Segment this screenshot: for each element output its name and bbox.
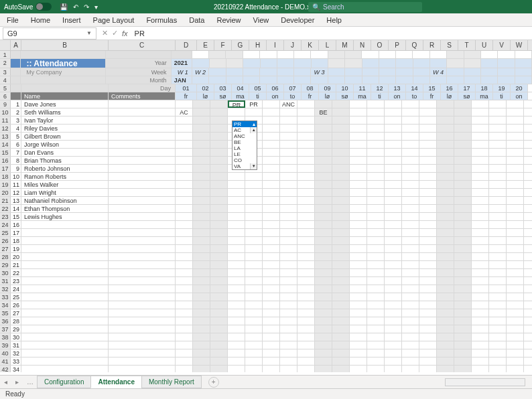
cell[interactable] bbox=[315, 229, 332, 236]
attendance-cell[interactable] bbox=[454, 125, 472, 132]
cell[interactable] bbox=[367, 261, 385, 268]
cell[interactable] bbox=[507, 349, 524, 357]
comments-cell[interactable] bbox=[109, 165, 176, 172]
cell[interactable] bbox=[297, 245, 315, 252]
attendance-cell[interactable] bbox=[228, 189, 245, 196]
cell[interactable] bbox=[245, 349, 263, 357]
cell[interactable] bbox=[332, 333, 350, 341]
cell[interactable] bbox=[489, 229, 507, 236]
cell[interactable] bbox=[315, 301, 332, 309]
row-header[interactable]: 12 bbox=[0, 125, 11, 132]
attendance-cell[interactable] bbox=[297, 141, 315, 148]
cell[interactable] bbox=[454, 237, 472, 244]
cell[interactable]: 20 bbox=[11, 253, 21, 260]
cell[interactable] bbox=[228, 333, 245, 341]
attendance-cell[interactable] bbox=[332, 173, 350, 180]
cell[interactable] bbox=[350, 221, 367, 228]
cell[interactable] bbox=[176, 221, 193, 228]
attendance-cell[interactable]: PR bbox=[245, 100, 263, 108]
attendance-cell[interactable] bbox=[210, 189, 228, 196]
cell[interactable] bbox=[507, 325, 524, 333]
attendance-cell[interactable] bbox=[176, 116, 193, 124]
cell[interactable] bbox=[481, 51, 498, 58]
cell[interactable] bbox=[332, 301, 350, 309]
cell[interactable] bbox=[472, 253, 489, 260]
cell[interactable] bbox=[507, 293, 524, 301]
cell[interactable] bbox=[437, 261, 454, 268]
attendance-cell[interactable] bbox=[507, 189, 524, 196]
cell[interactable] bbox=[489, 261, 507, 268]
cell[interactable]: 10 bbox=[11, 173, 21, 180]
cell[interactable] bbox=[193, 366, 210, 372]
attendance-cell[interactable] bbox=[297, 100, 315, 108]
cell[interactable]: 22 bbox=[11, 269, 21, 276]
cell[interactable] bbox=[263, 269, 280, 276]
cell[interactable] bbox=[263, 261, 280, 268]
attendance-cell[interactable] bbox=[193, 205, 210, 212]
cell[interactable] bbox=[437, 277, 454, 285]
attendance-cell[interactable] bbox=[454, 213, 472, 220]
cell[interactable] bbox=[332, 261, 350, 268]
cell[interactable] bbox=[193, 277, 210, 285]
attendance-cell[interactable] bbox=[332, 108, 350, 116]
cell[interactable] bbox=[228, 221, 245, 228]
cell[interactable] bbox=[332, 277, 350, 285]
attendance-cell[interactable] bbox=[454, 141, 472, 148]
cell[interactable] bbox=[315, 341, 332, 349]
attendance-cell[interactable] bbox=[176, 165, 193, 172]
cell[interactable] bbox=[176, 301, 193, 309]
cell[interactable] bbox=[328, 76, 345, 84]
cell[interactable] bbox=[419, 285, 437, 293]
attendance-cell[interactable] bbox=[193, 141, 210, 148]
cell[interactable] bbox=[385, 349, 402, 357]
attendance-cell[interactable] bbox=[472, 116, 489, 124]
cell[interactable] bbox=[367, 333, 385, 341]
cell[interactable] bbox=[350, 237, 367, 244]
row-header[interactable]: 32 bbox=[0, 285, 11, 293]
col-G[interactable]: G bbox=[232, 40, 249, 50]
attendance-cell[interactable] bbox=[472, 141, 489, 148]
tab-help[interactable]: Help bbox=[326, 16, 342, 24]
cell[interactable] bbox=[489, 349, 507, 357]
cell[interactable] bbox=[210, 59, 226, 68]
cell[interactable] bbox=[367, 237, 385, 244]
cell[interactable] bbox=[193, 309, 210, 317]
cell[interactable] bbox=[350, 357, 367, 365]
row-header[interactable]: 41 bbox=[0, 357, 11, 365]
attendance-cell[interactable] bbox=[210, 133, 228, 140]
cell[interactable] bbox=[263, 277, 280, 285]
attendance-cell[interactable] bbox=[367, 173, 385, 180]
attendance-cell[interactable] bbox=[332, 205, 350, 212]
attendance-cell[interactable] bbox=[245, 189, 263, 196]
cell[interactable] bbox=[280, 285, 297, 293]
cell[interactable] bbox=[228, 229, 245, 236]
cell[interactable] bbox=[210, 317, 228, 325]
cell[interactable] bbox=[367, 245, 385, 252]
row-header[interactable]: 33 bbox=[0, 293, 11, 301]
cell[interactable] bbox=[350, 301, 367, 309]
attendance-cell[interactable] bbox=[385, 213, 402, 220]
dropdown-option[interactable]: LE bbox=[232, 151, 257, 157]
fx-icon[interactable]: fx bbox=[122, 29, 128, 37]
cell[interactable] bbox=[193, 301, 210, 309]
cell[interactable] bbox=[367, 221, 385, 228]
cell[interactable] bbox=[210, 333, 228, 341]
attendance-cell[interactable] bbox=[280, 189, 297, 196]
cell[interactable] bbox=[210, 285, 228, 293]
attendance-cell[interactable] bbox=[367, 213, 385, 220]
attendance-cell[interactable] bbox=[263, 149, 280, 156]
row-header[interactable]: 28 bbox=[0, 253, 11, 260]
attendance-cell[interactable] bbox=[176, 125, 193, 132]
cell[interactable] bbox=[332, 253, 350, 260]
row-header[interactable]: 29 bbox=[0, 261, 11, 268]
cell[interactable] bbox=[402, 229, 419, 236]
attendance-cell[interactable] bbox=[437, 189, 454, 196]
attendance-cell[interactable] bbox=[210, 100, 228, 108]
attendance-cell[interactable] bbox=[489, 149, 507, 156]
cell[interactable] bbox=[210, 221, 228, 228]
attendance-cell[interactable] bbox=[419, 205, 437, 212]
tab-page-layout[interactable]: Page Layout bbox=[93, 16, 135, 24]
row-header[interactable]: 15 bbox=[0, 149, 11, 156]
col-K[interactable]: K bbox=[302, 40, 319, 50]
tab-review[interactable]: Review bbox=[216, 16, 241, 24]
